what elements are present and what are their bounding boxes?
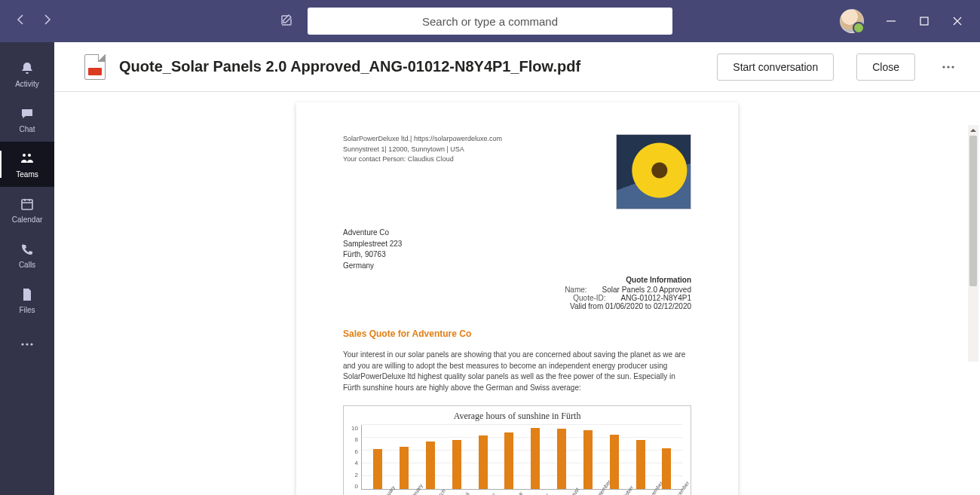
file-header: Quote_Solar Panels 2.0 Approved_ANG-0101… — [54, 42, 980, 92]
chat-icon — [19, 105, 35, 122]
company-line: Your contact Person: Claudius Cloud — [343, 154, 502, 165]
chart-title: Average hours of sunshine in Fürth — [351, 411, 683, 422]
letterhead: SolarPowerDeluxe ltd.| https://solarpowe… — [343, 134, 691, 209]
chart-bar — [452, 440, 461, 489]
close-icon[interactable] — [951, 15, 963, 27]
svg-point-1 — [23, 154, 26, 157]
document-page: SolarPowerDeluxe ltd.| https://solarpowe… — [296, 102, 738, 495]
svg-point-7 — [942, 66, 945, 68]
svg-point-6 — [30, 343, 32, 345]
teams-icon — [19, 151, 35, 167]
svg-rect-3 — [22, 200, 32, 209]
phone-icon — [19, 241, 35, 258]
scrollbar-thumb[interactable] — [969, 136, 977, 286]
chart-y-axis: 1086420 — [351, 425, 361, 490]
app-rail: Activity Chat Teams Calendar Calls Files — [0, 42, 54, 495]
document-viewport[interactable]: SolarPowerDeluxe ltd.| https://solarpowe… — [54, 92, 980, 495]
quote-validity: Valid from 01/06/2020 to 02/12/2020 — [343, 302, 691, 310]
sales-quote-title: Sales Quote for Adventure Co — [343, 328, 691, 339]
search-input[interactable]: Search or type a command — [308, 8, 672, 35]
svg-point-5 — [26, 343, 28, 345]
maximize-icon[interactable] — [918, 15, 930, 27]
rail-label: Calendar — [12, 215, 43, 224]
quote-name-label: Name: — [542, 286, 587, 294]
quote-id-value: ANG-01012-N8Y4P1 — [621, 294, 691, 302]
main-area: Quote_Solar Panels 2.0 Approved_ANG-0101… — [54, 42, 980, 495]
chart-bar — [479, 435, 488, 489]
chart-bar — [400, 447, 409, 489]
pdf-file-icon — [84, 54, 106, 80]
company-line: SolarPowerDeluxe ltd.| https://solarpowe… — [343, 134, 502, 145]
nav-arrows — [15, 14, 53, 29]
addr-line: Adventure Co — [343, 228, 691, 239]
rail-calendar[interactable]: Calendar — [0, 187, 54, 232]
rail-files[interactable]: Files — [0, 277, 54, 322]
chart-x-axis: JanuaryFebruaryMarchAprilMayJuneJulyAugu… — [351, 491, 683, 495]
svg-point-8 — [947, 66, 949, 68]
forward-icon[interactable] — [41, 14, 53, 29]
chart-bar — [636, 440, 645, 489]
company-line: Sunnystreet 1| 12000, Sunnytown | USA — [343, 145, 502, 155]
rail-teams[interactable]: Teams — [0, 142, 54, 187]
file-title: Quote_Solar Panels 2.0 Approved_ANG-0101… — [119, 58, 580, 75]
rail-label: Teams — [16, 170, 38, 179]
addr-line: Fürth, 90763 — [343, 249, 691, 261]
addr-line: Germany — [343, 261, 691, 272]
rail-chat[interactable]: Chat — [0, 96, 54, 142]
search-placeholder: Search or type a command — [422, 15, 558, 28]
close-button[interactable]: Close — [856, 53, 915, 81]
rail-label: Chat — [19, 125, 35, 133]
back-icon[interactable] — [15, 14, 27, 29]
rail-calls[interactable]: Calls — [0, 232, 54, 277]
file-icon — [19, 286, 35, 303]
sunshine-chart: Average hours of sunshine in Fürth 10864… — [343, 405, 691, 495]
chart-bar — [426, 442, 435, 489]
quote-info: Quote Information Name: Solar Panels 2.0… — [343, 276, 691, 310]
window-controls — [840, 9, 980, 33]
sunflower-image — [616, 134, 691, 209]
recipient-address: Adventure Co Samplestreet 223 Fürth, 907… — [343, 228, 691, 271]
rail-more[interactable] — [0, 333, 54, 356]
addr-line: Samplestreet 223 — [343, 239, 691, 250]
avatar[interactable] — [840, 9, 864, 33]
chart-bar — [557, 429, 566, 489]
svg-point-9 — [951, 66, 954, 68]
chart-bar — [583, 430, 593, 489]
svg-rect-0 — [920, 17, 928, 25]
scroll-up-icon[interactable] — [968, 125, 978, 136]
rail-label: Files — [19, 306, 35, 314]
minimize-icon[interactable] — [885, 15, 897, 27]
chart-bar — [504, 432, 513, 489]
rail-label: Activity — [15, 80, 39, 88]
chart-bar — [610, 435, 619, 489]
quote-info-title: Quote Information — [343, 276, 691, 284]
more-icon — [19, 336, 35, 353]
calendar-icon — [19, 196, 35, 212]
rail-label: Calls — [19, 261, 35, 269]
svg-point-4 — [21, 343, 23, 345]
title-bar: Search or type a command — [0, 0, 980, 42]
compose-icon[interactable] — [280, 14, 293, 30]
body-text: Your interest in our solar panels are sh… — [343, 350, 691, 393]
quote-id-label: Quote-ID: — [561, 294, 606, 302]
rail-activity[interactable]: Activity — [0, 51, 54, 96]
svg-point-2 — [28, 154, 31, 157]
scrollbar[interactable] — [968, 136, 978, 362]
chart-plot — [361, 425, 683, 490]
more-actions-icon[interactable] — [935, 65, 962, 69]
bell-icon — [19, 60, 35, 77]
start-conversation-button[interactable]: Start conversation — [717, 53, 834, 81]
chart-bar — [531, 428, 540, 489]
chart-bar — [373, 449, 382, 489]
quote-name-value: Solar Panels 2.0 Approved — [602, 286, 691, 294]
